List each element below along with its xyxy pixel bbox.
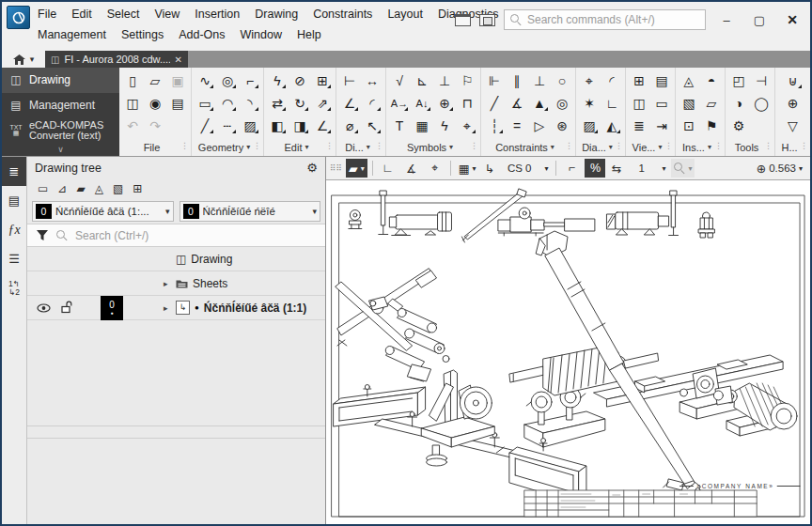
undo-icon[interactable]: ↶: [121, 115, 144, 137]
check-triangle-icon[interactable]: ◭: [601, 115, 623, 137]
grip-icon[interactable]: ⋮: [565, 141, 573, 150]
grid-button[interactable]: ▦ ▾: [456, 159, 479, 178]
copy-objects-icon[interactable]: ⊞: [311, 70, 334, 92]
tree-search[interactable]: [27, 224, 325, 247]
rounding-mode-button[interactable]: %: [585, 159, 605, 178]
menu-settings[interactable]: Settings: [114, 26, 171, 43]
variables-panel-button[interactable]: ƒx: [2, 215, 26, 244]
eraser-button[interactable]: ▰ ▾: [346, 159, 367, 178]
ribbon-group-label-constraints[interactable]: Constraints▾⋮: [483, 138, 573, 156]
sidebar-item-ecad-converter[interactable]: TXT▦ eCAD-KOMPAS Converter (text): [2, 116, 119, 145]
constraint-info-icon[interactable]: ⊛: [551, 115, 573, 137]
sidebar-expand-chevron-icon[interactable]: ∨: [2, 145, 119, 156]
view-frame-icon[interactable]: ⊿: [57, 182, 67, 195]
break-view-icon[interactable]: ◫: [628, 92, 650, 115]
area-tool-icon[interactable]: ◰: [727, 70, 750, 92]
auto-corner-icon[interactable]: ⌐: [239, 70, 261, 92]
menu-constraints[interactable]: Constraints: [305, 6, 380, 23]
grip-icon[interactable]: ⋮: [375, 141, 383, 150]
menu-select[interactable]: Select: [100, 6, 148, 23]
menu-drawing[interactable]: Drawing: [247, 6, 305, 23]
save-icon[interactable]: ▣: [166, 70, 189, 92]
layer-icon[interactable]: ▰: [76, 182, 85, 195]
equal-icon[interactable]: =: [506, 115, 528, 137]
trim-icon[interactable]: ϟ: [266, 70, 289, 92]
segment-icon[interactable]: ╱: [194, 115, 216, 137]
kompas-logo-icon[interactable]: [7, 6, 30, 29]
snap-point-button[interactable]: ⌖: [425, 159, 445, 178]
insert-view-icon[interactable]: ⊞: [133, 182, 142, 195]
print-preview-icon[interactable]: ◉: [144, 92, 166, 115]
filter-icon[interactable]: [36, 229, 49, 241]
ribbon-group-label-vie[interactable]: Vie...▾⋮: [628, 138, 673, 156]
check-hatch-icon[interactable]: ▨: [578, 115, 601, 137]
drawing-area[interactable]: «COMPANY NAME»: [326, 180, 810, 524]
menu-add-ons[interactable]: Add-Ons: [171, 26, 232, 43]
delete-part-icon[interactable]: ⊘: [289, 70, 311, 92]
expander-icon[interactable]: ▸: [164, 303, 171, 313]
grip-icon[interactable]: ⋮: [253, 141, 261, 150]
picture-icon[interactable]: ▧: [113, 182, 123, 195]
parameters-panel-button[interactable]: ▤: [2, 186, 26, 215]
collect-tool-icon[interactable]: ⚙: [727, 115, 750, 137]
grip-icon[interactable]: ⋮: [325, 141, 334, 150]
scale-icon[interactable]: ⇗: [311, 92, 334, 115]
coordinate-system-button[interactable]: ↳ CS 0 ▾: [481, 159, 551, 178]
new-layout-icon[interactable]: ▭: [38, 182, 48, 195]
center-mark-icon[interactable]: ⌖: [456, 115, 478, 137]
expander-icon[interactable]: ▸: [164, 279, 171, 288]
document-tab[interactable]: ◫ FI - Aurora 2008 cdw.... ✕: [45, 51, 188, 68]
view-state-badge[interactable]: 0 ●: [101, 296, 123, 320]
ribbon-group-label-edit[interactable]: Edit▾⋮: [266, 138, 334, 156]
save-as-icon[interactable]: ▤: [166, 92, 189, 115]
angle-constraint-icon[interactable]: ∡: [506, 92, 528, 115]
roughness-icon[interactable]: √: [388, 70, 411, 92]
grip-icon[interactable]: ⋮: [800, 141, 808, 150]
offset-icon[interactable]: ◨: [289, 115, 311, 137]
tree-row-system-view[interactable]: 0 ● ▸ ↳ ● Ńčńňĺěíűé âčä (1:1): [27, 296, 325, 320]
toolbar-grip[interactable]: ⠿⠿: [329, 163, 343, 173]
view-shift-icon[interactable]: ⇥: [650, 115, 673, 137]
ribbon-group-label-symbols[interactable]: Symbols▾⋮: [388, 138, 478, 156]
table-icon[interactable]: ▦: [411, 115, 433, 137]
quick-symbol-icon[interactable]: ϟ: [433, 115, 456, 137]
maximize-button[interactable]: ▢: [747, 10, 772, 29]
text-leader-icon[interactable]: A↓: [411, 92, 433, 115]
contour-icon[interactable]: ◯: [750, 92, 773, 115]
rotate-icon[interactable]: ↻: [289, 92, 311, 115]
command-search[interactable]: [504, 9, 706, 30]
grip-icon[interactable]: ⋮: [615, 141, 623, 150]
ribbon-group-label-ins[interactable]: Ins...▾⋮: [678, 138, 723, 156]
check-star-icon[interactable]: ✶: [578, 92, 601, 115]
radial-dimension-icon[interactable]: ◜: [361, 92, 383, 115]
new-view-icon[interactable]: ⊞: [628, 70, 650, 92]
close-button[interactable]: ✕: [780, 10, 804, 29]
datum-icon[interactable]: ⊾: [411, 70, 433, 92]
bracket-icon[interactable]: ⊓: [456, 92, 478, 115]
grip-icon[interactable]: ⋮: [764, 141, 773, 150]
grip-icon[interactable]: ⋮: [470, 141, 478, 150]
diameter-dimension-icon[interactable]: ⌀: [338, 115, 361, 137]
check-angle-icon[interactable]: ∟: [601, 92, 623, 115]
view-stack-icon[interactable]: ≣: [628, 115, 650, 137]
screen-settings-icon[interactable]: [479, 14, 495, 26]
insert-object-icon[interactable]: ◓: [700, 70, 723, 92]
layers-panel-button[interactable]: ☰: [2, 244, 26, 273]
tree-panel-button[interactable]: ≣: [2, 157, 26, 186]
ribbon-group-label-geometry[interactable]: Geometry▾⋮: [194, 138, 261, 156]
insert-fragment-icon[interactable]: ◬: [678, 70, 700, 92]
collinear-icon[interactable]: ╱: [483, 92, 506, 115]
tree-row-drawing[interactable]: ◫ Drawing: [27, 247, 325, 271]
command-search-input[interactable]: [527, 13, 699, 26]
symmetry-icon[interactable]: ▷: [528, 115, 551, 137]
tangent-icon[interactable]: ○: [551, 70, 573, 92]
redo-icon[interactable]: ↷: [144, 115, 166, 137]
insert-picture-icon[interactable]: ▧: [678, 92, 700, 115]
leader-dimension-icon[interactable]: ↖: [361, 115, 383, 137]
hatch-icon[interactable]: ▨: [239, 115, 261, 137]
menu-edit[interactable]: Edit: [64, 6, 100, 23]
snap-angle-button[interactable]: ∡: [401, 159, 422, 178]
ribbon-group-label-tools[interactable]: Tools⋮: [727, 138, 773, 156]
menu-insertion[interactable]: Insertion: [187, 6, 247, 23]
check-point-icon[interactable]: ⌖: [578, 70, 601, 92]
